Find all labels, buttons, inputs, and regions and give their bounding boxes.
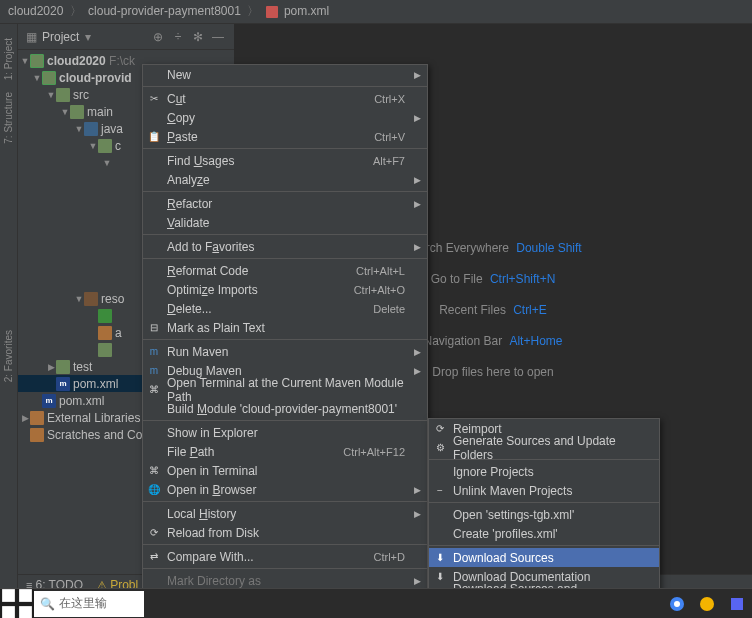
hint-recent-key: Ctrl+E	[513, 303, 547, 317]
dropdown-icon[interactable]: ▾	[81, 30, 95, 44]
maven-file-icon: m	[42, 394, 56, 408]
project-header: ▦ Project ▾ ⊕ ÷ ✻ —	[18, 24, 234, 50]
menu-file-path[interactable]: File PathCtrl+Alt+F12	[143, 442, 427, 461]
bc-module[interactable]: cloud-provider-payment8001	[88, 4, 241, 18]
taskbar-app-icon[interactable]	[693, 590, 721, 618]
hint-drop: Drop files here to open	[432, 365, 553, 379]
hint-recent: Recent Files	[439, 303, 506, 317]
submenu-ignore[interactable]: Ignore Projects	[429, 462, 659, 481]
terminal-icon: ⌘	[147, 383, 161, 397]
menu-find-usages[interactable]: Find UsagesAlt+F7	[143, 151, 427, 170]
breadcrumb[interactable]: cloud2020 〉 cloud-provider-payment8001 〉…	[8, 3, 329, 20]
file-icon	[98, 343, 112, 357]
project-title[interactable]: Project	[42, 30, 79, 44]
bc-file[interactable]: pom.xml	[284, 4, 329, 18]
menu-build-module[interactable]: Build Module 'cloud-provider-payment8001…	[143, 399, 427, 418]
submenu-arrow-icon: ▶	[414, 70, 421, 80]
breadcrumb-bar: cloud2020 〉 cloud-provider-payment8001 〉…	[0, 0, 752, 24]
menu-copy[interactable]: Copy▶	[143, 108, 427, 127]
menu-open-terminal-maven[interactable]: ⌘Open Terminal at the Current Maven Modu…	[143, 380, 427, 399]
library-icon	[30, 411, 44, 425]
menu-cut[interactable]: ✂CutCtrl+X	[143, 89, 427, 108]
menu-show-explorer[interactable]: Show in Explorer	[143, 423, 427, 442]
windows-start-button[interactable]	[0, 589, 34, 619]
menu-favorites[interactable]: Add to Favorites▶	[143, 237, 427, 256]
collapse-icon[interactable]: ÷	[168, 27, 188, 47]
hint-goto-key: Ctrl+Shift+N	[490, 272, 555, 286]
menu-reformat[interactable]: Reformat CodeCtrl+Alt+L	[143, 261, 427, 280]
menu-delete[interactable]: Delete...Delete	[143, 299, 427, 318]
taskbar-search[interactable]: 🔍在这里输	[34, 591, 144, 617]
terminal-icon: ⌘	[147, 464, 161, 478]
reload-icon: ⟳	[147, 526, 161, 540]
menu-paste[interactable]: 📋PasteCtrl+V	[143, 127, 427, 146]
folder-icon	[56, 88, 70, 102]
submenu-arrow-icon: ▶	[414, 576, 421, 586]
menu-refactor[interactable]: Refactor▶	[143, 194, 427, 213]
svg-rect-3	[19, 606, 32, 618]
svg-rect-1	[19, 589, 32, 602]
module-icon	[30, 54, 44, 68]
submenu-unlink[interactable]: −Unlink Maven Projects	[429, 481, 659, 500]
taskbar-app-icon[interactable]	[723, 590, 751, 618]
file-icon	[98, 326, 112, 340]
diff-icon: ⇄	[147, 550, 161, 564]
menu-open-terminal[interactable]: ⌘Open in Terminal	[143, 461, 427, 480]
folder-icon	[70, 105, 84, 119]
module-icon	[42, 71, 56, 85]
svg-rect-2	[2, 606, 15, 618]
scratch-icon	[30, 428, 44, 442]
context-menu[interactable]: New▶ ✂CutCtrl+X Copy▶ 📋PasteCtrl+V Find …	[142, 64, 428, 618]
menu-analyze[interactable]: Analyze▶	[143, 170, 427, 189]
submenu-generate-sources[interactable]: ⚙Generate Sources and Update Folders	[429, 438, 659, 457]
download-icon: ⬇	[433, 551, 447, 565]
menu-run-maven[interactable]: mRun Maven▶	[143, 342, 427, 361]
menu-validate[interactable]: Validate	[143, 213, 427, 232]
svg-point-5	[674, 601, 680, 607]
clipboard-icon: 📋	[147, 130, 161, 144]
svg-rect-7	[731, 598, 743, 610]
menu-open-browser[interactable]: 🌐Open in Browser▶	[143, 480, 427, 499]
tab-favorites[interactable]: 2: Favorites	[3, 330, 14, 382]
taskbar-chrome-icon[interactable]	[663, 590, 691, 618]
maven-file-icon	[266, 6, 278, 18]
submenu-arrow-icon: ▶	[414, 366, 421, 376]
plain-text-icon: ⊟	[147, 321, 161, 335]
maven-file-icon: m	[56, 377, 70, 391]
resources-folder-icon	[84, 292, 98, 306]
menu-new[interactable]: New▶	[143, 65, 427, 84]
hint-search-key: Double Shift	[516, 241, 581, 255]
hint-nav: Navigation Bar	[424, 334, 503, 348]
submenu-create-profiles[interactable]: Create 'profiles.xml'	[429, 524, 659, 543]
submenu-arrow-icon: ▶	[414, 509, 421, 519]
tab-structure[interactable]: 7: Structure	[3, 92, 14, 144]
submenu-arrow-icon: ▶	[414, 175, 421, 185]
folder-icon	[56, 360, 70, 374]
refresh-icon: ⟳	[433, 422, 447, 436]
project-view-icon: ▦	[24, 30, 38, 44]
source-folder-icon	[84, 122, 98, 136]
menu-optimize-imports[interactable]: Optimize ImportsCtrl+Alt+O	[143, 280, 427, 299]
locate-icon[interactable]: ⊕	[148, 27, 168, 47]
svg-rect-0	[2, 589, 15, 602]
submenu-arrow-icon: ▶	[414, 199, 421, 209]
hide-icon[interactable]: —	[208, 27, 228, 47]
submenu-arrow-icon: ▶	[414, 485, 421, 495]
hint-nav-key: Alt+Home	[509, 334, 562, 348]
submenu-arrow-icon: ▶	[414, 347, 421, 357]
tool-window-stripe-left: 1: Project 7: Structure 2: Favorites	[0, 24, 18, 594]
bc-root[interactable]: cloud2020	[8, 4, 63, 18]
windows-taskbar: 🔍在这里输	[0, 588, 752, 618]
menu-compare[interactable]: ⇄Compare With...Ctrl+D	[143, 547, 427, 566]
submenu-arrow-icon: ▶	[414, 113, 421, 123]
submenu-download-sources[interactable]: ⬇Download Sources	[429, 548, 659, 567]
gear-icon[interactable]: ✻	[188, 27, 208, 47]
menu-local-history[interactable]: Local History▶	[143, 504, 427, 523]
menu-plain-text[interactable]: ⊟Mark as Plain Text	[143, 318, 427, 337]
submenu-open-settings[interactable]: Open 'settings-tgb.xml'	[429, 505, 659, 524]
maven-debug-icon: m	[147, 364, 161, 378]
submenu-arrow-icon: ▶	[414, 242, 421, 252]
file-icon	[98, 309, 112, 323]
tab-project[interactable]: 1: Project	[3, 38, 14, 80]
menu-reload[interactable]: ⟳Reload from Disk	[143, 523, 427, 542]
